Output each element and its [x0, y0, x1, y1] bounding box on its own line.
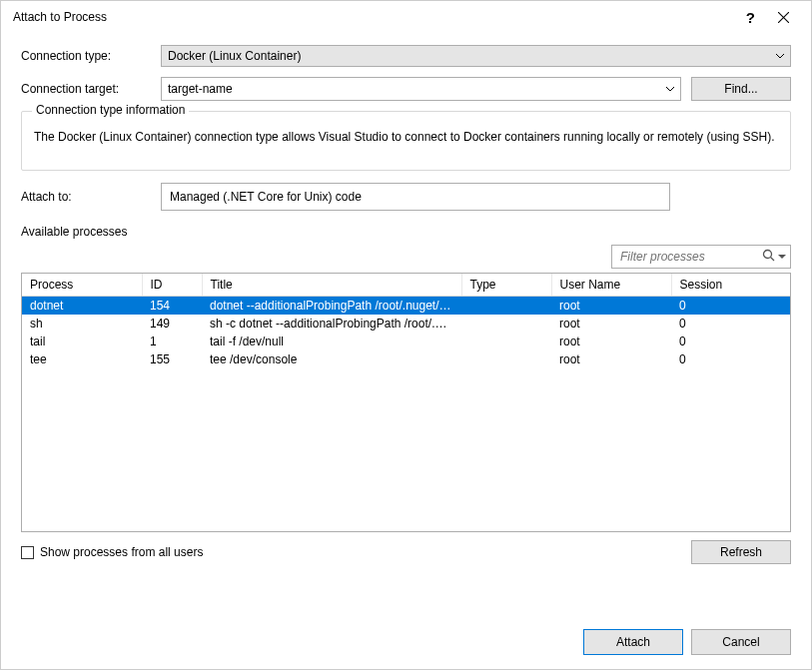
filter-row	[21, 245, 791, 269]
filter-dropdown-icon[interactable]	[778, 250, 786, 264]
available-processes-label: Available processes	[21, 225, 791, 239]
table-cell: 155	[142, 350, 202, 368]
table-cell: 1	[142, 333, 202, 350]
dialog-content: Connection type: Docker (Linux Container…	[1, 33, 811, 564]
table-cell: 0	[671, 350, 790, 368]
svg-line-3	[771, 257, 775, 261]
chevron-down-icon	[666, 82, 674, 96]
col-title[interactable]: Title	[202, 274, 461, 297]
connection-target-row: Connection target: target-name Find...	[21, 77, 791, 101]
attach-button[interactable]: Attach	[583, 629, 683, 655]
close-button[interactable]	[763, 1, 803, 33]
table-cell: tee /dev/console	[202, 350, 461, 368]
show-all-users-checkbox[interactable]: Show processes from all users	[21, 545, 203, 559]
table-cell: 0	[671, 333, 790, 350]
table-cell: tail -f /dev/null	[202, 333, 461, 350]
titlebar: Attach to Process ?	[1, 1, 811, 33]
attach-to-label: Attach to:	[21, 190, 161, 204]
svg-marker-4	[778, 255, 786, 259]
chevron-down-icon	[776, 49, 784, 63]
info-text: The Docker (Linux Container) connection …	[34, 130, 778, 144]
table-cell: dotnet	[22, 297, 142, 316]
table-row[interactable]: sh149sh -c dotnet --additionalProbingPat…	[22, 315, 790, 333]
close-icon	[778, 12, 789, 23]
attach-to-field[interactable]: Managed (.NET Core for Unix) code	[161, 183, 670, 211]
table-cell	[461, 333, 551, 350]
window-title: Attach to Process	[13, 10, 746, 24]
table-cell	[461, 315, 551, 333]
filter-processes-box[interactable]	[611, 245, 791, 269]
table-cell: root	[551, 315, 671, 333]
table-cell: 0	[671, 315, 790, 333]
table-cell	[461, 297, 551, 316]
connection-target-value: target-name	[168, 82, 233, 96]
info-group-title: Connection type information	[32, 103, 189, 117]
table-cell: root	[551, 350, 671, 368]
dialog-footer: Attach Cancel	[583, 629, 791, 655]
filter-processes-input[interactable]	[618, 249, 784, 265]
connection-type-label: Connection type:	[21, 49, 161, 63]
process-table: Process ID Title Type User Name Session …	[21, 273, 791, 532]
table-header-row: Process ID Title Type User Name Session	[22, 274, 790, 297]
table-cell: dotnet --additionalProbingPath /root/.nu…	[202, 297, 461, 316]
connection-type-combo[interactable]: Docker (Linux Container)	[161, 45, 791, 67]
table-cell: sh -c dotnet --additionalProbingPath /ro…	[202, 315, 461, 333]
table-cell: sh	[22, 315, 142, 333]
table-cell: root	[551, 333, 671, 350]
connection-target-combo[interactable]: target-name	[161, 77, 681, 101]
table-row[interactable]: tail1tail -f /dev/nullroot0	[22, 333, 790, 350]
connection-type-info-group: Connection type information The Docker (…	[21, 111, 791, 171]
connection-type-row: Connection type: Docker (Linux Container…	[21, 45, 791, 67]
attach-to-row: Attach to: Managed (.NET Core for Unix) …	[21, 183, 791, 211]
table-cell: 149	[142, 315, 202, 333]
table-row[interactable]: dotnet154dotnet --additionalProbingPath …	[22, 297, 790, 316]
table-cell: 154	[142, 297, 202, 316]
find-button[interactable]: Find...	[691, 77, 791, 101]
table-cell: root	[551, 297, 671, 316]
attach-to-value: Managed (.NET Core for Unix) code	[170, 190, 362, 204]
below-table-row: Show processes from all users Refresh	[21, 540, 791, 564]
connection-target-label: Connection target:	[21, 82, 161, 96]
col-id[interactable]: ID	[142, 274, 202, 297]
col-session[interactable]: Session	[671, 274, 790, 297]
connection-type-value: Docker (Linux Container)	[168, 49, 301, 63]
search-icon[interactable]	[762, 249, 776, 266]
table-row[interactable]: tee155tee /dev/consoleroot0	[22, 350, 790, 368]
col-process[interactable]: Process	[22, 274, 142, 297]
help-button[interactable]: ?	[746, 9, 755, 26]
refresh-button[interactable]: Refresh	[691, 540, 791, 564]
table-cell: tail	[22, 333, 142, 350]
table-cell	[461, 350, 551, 368]
cancel-button[interactable]: Cancel	[691, 629, 791, 655]
col-username[interactable]: User Name	[551, 274, 671, 297]
col-type[interactable]: Type	[461, 274, 551, 297]
show-all-users-label: Show processes from all users	[40, 545, 203, 559]
checkbox-icon	[21, 546, 34, 559]
table-cell: tee	[22, 350, 142, 368]
svg-point-2	[764, 250, 772, 258]
table-cell: 0	[671, 297, 790, 316]
